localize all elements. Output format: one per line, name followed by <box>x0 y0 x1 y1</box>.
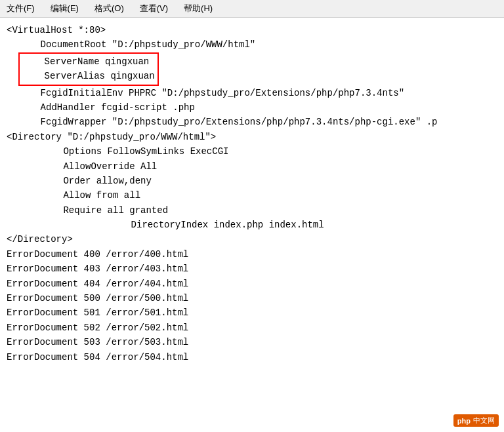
code-line-19: ErrorDocument 500 /error/500.html <box>7 291 497 305</box>
code-line-23: ErrorDocument 504 /error/504.html <box>7 350 497 364</box>
menu-edit[interactable]: 编辑(E) <box>47 1 83 16</box>
code-editor: <VirtualHost *:80> DocumentRoot "D:/phps… <box>0 18 504 431</box>
code-line-11: Order allow,deny <box>7 174 497 188</box>
code-line-18: ErrorDocument 404 /error/404.html <box>7 277 497 291</box>
menu-bar: 文件(F) 编辑(E) 格式(O) 查看(V) 帮助(H) <box>0 0 504 18</box>
code-line-22: ErrorDocument 503 /error/503.html <box>7 335 497 349</box>
code-line-14: DirectoryIndex index.php index.html <box>7 218 497 232</box>
code-line-8: <Directory "D:/phpstudy_pro/WWW/html"> <box>7 130 497 144</box>
code-line-9: Options FollowSymLinks ExecCGI <box>7 144 497 159</box>
code-line-4: ServerAlias qingxuan <box>22 69 155 83</box>
watermark-cn-label: 中文网 <box>473 416 495 425</box>
watermark: php 中文网 <box>453 414 499 427</box>
code-line-6: AddHandler fcgid-script .php <box>7 100 497 115</box>
code-line-20: ErrorDocument 501 /error/501.html <box>7 305 497 320</box>
code-line-2: DocumentRoot "D:/phpstudy_pro/WWW/html" <box>7 37 497 52</box>
code-line-12: Allow from all <box>7 188 497 203</box>
menu-view[interactable]: 查看(V) <box>136 1 172 16</box>
code-line-16: ErrorDocument 400 /error/400.html <box>7 247 497 262</box>
menu-help[interactable]: 帮助(H) <box>180 1 217 16</box>
code-line-1: <VirtualHost *:80> <box>7 23 497 37</box>
code-line-21: ErrorDocument 502 /error/502.html <box>7 321 497 335</box>
watermark-php-label: php <box>457 417 471 425</box>
menu-file[interactable]: 文件(F) <box>3 1 39 16</box>
code-line-3: ServerName qingxuan <box>22 54 155 69</box>
code-line-17: ErrorDocument 403 /error/403.html <box>7 262 497 276</box>
code-line-10: AllowOverride All <box>7 159 497 174</box>
code-line-7: FcgidWrapper "D:/phpstudy_pro/Extensions… <box>7 115 497 129</box>
code-line-5: FcgidInitialEnv PHPRC "D:/phpstudy_pro/E… <box>7 86 497 100</box>
code-line-15: </Directory> <box>7 232 497 246</box>
code-line-13: Require all granted <box>7 203 497 218</box>
menu-format[interactable]: 格式(O) <box>91 1 128 16</box>
